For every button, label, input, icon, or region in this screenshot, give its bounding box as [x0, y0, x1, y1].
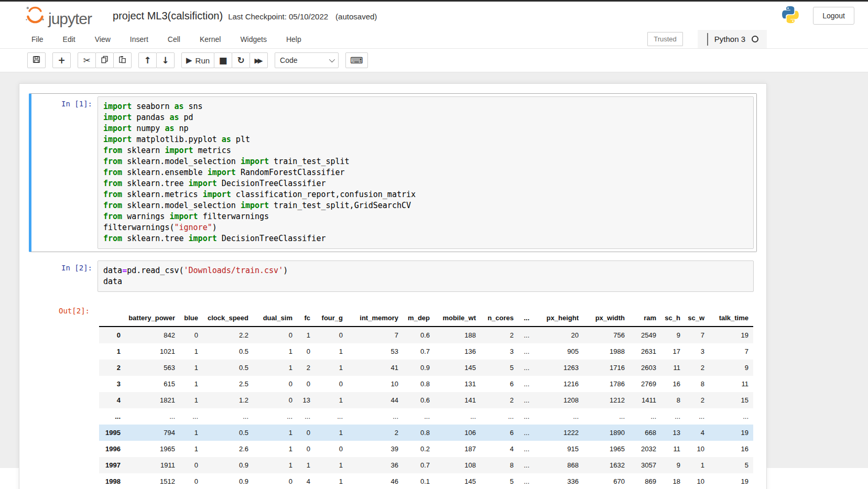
table-cell: 2 [481, 327, 518, 343]
table-cell: 0 [297, 425, 315, 441]
restart-run-all-button[interactable]: ▶▶ [249, 52, 268, 68]
kernel-name: Python 3 [714, 35, 745, 44]
stop-icon: ■ [219, 56, 227, 65]
table-cell: 1 [180, 441, 203, 457]
menu-file[interactable]: File [31, 35, 44, 44]
table-cell: 1965 [583, 441, 630, 457]
table-cell: 0.9 [203, 457, 253, 473]
table-cell: 44 [348, 392, 403, 408]
table-cell: 188 [435, 327, 481, 343]
move-cell-up-button[interactable]: ↑ [138, 52, 157, 68]
table-cell: 11 [709, 376, 753, 392]
table-cell: ... [685, 408, 709, 425]
table-cell: 1411 [630, 392, 661, 408]
menu-insert[interactable]: Insert [130, 35, 148, 44]
table-cell: 0 [253, 376, 297, 392]
column-header-int_memory: int_memory [348, 310, 403, 327]
table-cell: ... [518, 473, 534, 489]
restart-kernel-button[interactable]: ↻ [232, 52, 250, 68]
dataframe-table: battery_powerblueclock_speeddual_simfcfo… [99, 310, 753, 489]
table-cell: 1 [253, 343, 297, 360]
table-cell: 5 [709, 457, 753, 473]
add-cell-button[interactable]: + [52, 52, 71, 68]
row-index: 0 [99, 327, 125, 343]
table-cell: 5 [481, 473, 518, 489]
table-row: 256310.5121410.91455...1263171626031129 [99, 360, 753, 376]
table-cell: 1 [180, 425, 203, 441]
table-cell: 136 [435, 343, 481, 360]
table-cell: ... [518, 408, 534, 425]
notebook-title[interactable]: project ML3(calsifiction) [113, 10, 223, 22]
code-editor-1[interactable]: import seaborn as snsimport pandas as pd… [97, 96, 754, 249]
table-cell: 1 [315, 392, 348, 408]
paste-icon [118, 56, 126, 65]
table-cell: 0.8 [403, 425, 435, 441]
table-cell: 2032 [630, 441, 661, 457]
code-cell-2[interactable]: In [2]: data=pd.read_csv('Downloads/trai… [29, 257, 757, 295]
code-editor-2[interactable]: data=pd.read_csv('Downloads/train.csv')d… [97, 260, 754, 292]
table-cell: 15 [709, 392, 753, 408]
kernel-idle-icon [752, 36, 758, 42]
paste-cells-button[interactable] [113, 52, 132, 68]
table-cell: 1 [180, 376, 203, 392]
code-cell-1[interactable]: In [1]: import seaborn as snsimport pand… [29, 93, 757, 252]
menu-help[interactable]: Help [286, 35, 301, 44]
table-cell: ... [661, 408, 685, 425]
table-row: 1996196512.6100390.21874...9151965203211… [99, 441, 753, 457]
row-index: 1 [99, 343, 125, 360]
jupyter-logo[interactable]: jupyter [24, 4, 92, 28]
table-cell: 36 [348, 457, 403, 473]
table-cell: ... [583, 408, 630, 425]
cut-cells-button[interactable]: ✂ [78, 52, 96, 68]
table-cell: ... [518, 360, 534, 376]
cell-type-dropdown[interactable]: Code [275, 52, 339, 68]
command-palette-button[interactable]: ⌨ [345, 52, 368, 68]
run-button[interactable]: ▶ Run [181, 52, 214, 68]
menu-view[interactable]: View [95, 35, 111, 44]
menu-edit[interactable]: Edit [63, 35, 75, 44]
table-cell: 6 [481, 376, 518, 392]
table-cell: 0 [297, 441, 315, 457]
input-prompt: In [1]: [34, 96, 97, 249]
menu-widgets[interactable]: Widgets [240, 35, 267, 44]
row-index: 1995 [99, 425, 125, 441]
row-index: 1998 [99, 473, 125, 489]
table-cell: 13 [661, 425, 685, 441]
trusted-button[interactable]: Trusted [647, 32, 683, 46]
table-cell: 1 [180, 343, 203, 360]
table-cell: 11 [661, 360, 685, 376]
move-cell-down-button[interactable]: ↓ [156, 52, 175, 68]
table-cell: ... [125, 408, 180, 425]
table-cell: 0.7 [403, 457, 435, 473]
column-header-blue: blue [180, 310, 203, 327]
restart-icon: ↻ [237, 56, 244, 65]
table-cell: 0 [180, 327, 203, 343]
column-header-px_height: px_height [534, 310, 583, 327]
table-cell: ... [435, 408, 481, 425]
copy-cells-button[interactable] [95, 52, 114, 68]
table-cell: 1 [315, 473, 348, 489]
interrupt-kernel-button[interactable]: ■ [214, 52, 232, 68]
output-area: Out[2]: battery_powerblueclock_speeddual… [29, 303, 757, 489]
menu-kernel[interactable]: Kernel [200, 35, 221, 44]
table-cell: 18 [661, 473, 685, 489]
table-row: 1102110.5101530.71363...905198826311737 [99, 343, 753, 360]
column-header-battery_power: battery_power [125, 310, 180, 327]
table-cell: 19 [709, 473, 753, 489]
code-line: from warnings import filterwarnings [103, 211, 748, 222]
table-row: 1998151200.9041460.11455...3366708691810… [99, 473, 753, 489]
menu-cell[interactable]: Cell [168, 35, 180, 44]
column-header-px_width: px_width [583, 310, 630, 327]
table-cell: 1 [297, 327, 315, 343]
save-button[interactable] [27, 52, 46, 68]
table-cell: 842 [125, 327, 180, 343]
table-cell: 1 [180, 392, 203, 408]
jupyter-logo-icon [24, 4, 46, 28]
keyboard-icon: ⌨ [350, 56, 363, 65]
table-cell: 1 [315, 425, 348, 441]
logout-button[interactable]: Logout [813, 7, 854, 25]
table-cell: 868 [534, 457, 583, 473]
table-cell: ... [630, 408, 661, 425]
menu-bar: File Edit View Insert Cell Kernel Widget… [0, 30, 868, 49]
column-header-four_g: four_g [315, 310, 348, 327]
